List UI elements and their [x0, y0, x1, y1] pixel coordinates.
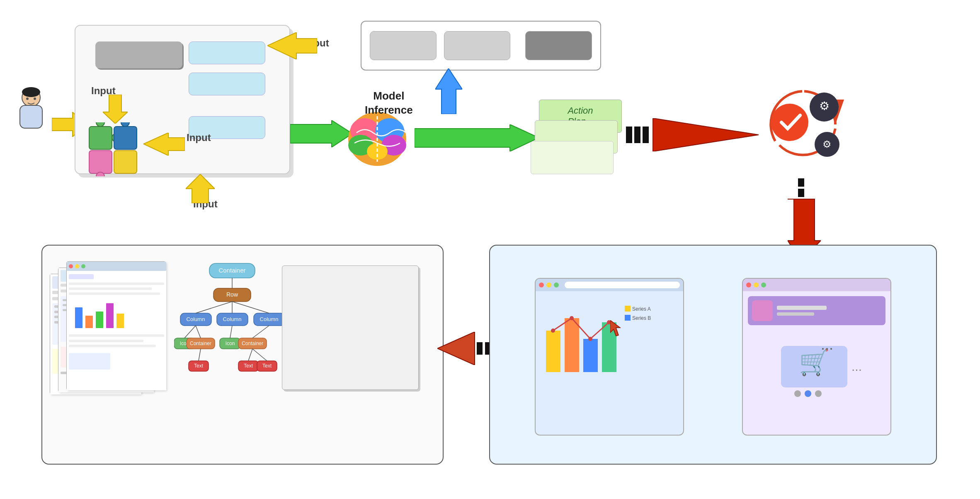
svg-text:Container: Container [190, 341, 211, 346]
svg-rect-122 [583, 339, 598, 372]
svg-text:Container: Container [242, 341, 263, 346]
puzzle-icon [85, 122, 145, 176]
svg-point-1 [22, 87, 40, 97]
svg-rect-79 [69, 345, 156, 347]
svg-rect-38 [798, 178, 804, 187]
svg-marker-19 [435, 68, 462, 114]
step-t2 [444, 31, 511, 60]
svg-marker-27 [415, 124, 539, 151]
svg-marker-119 [437, 332, 475, 365]
svg-text:⚙: ⚙ [822, 139, 832, 150]
op-env-dots: ... [821, 336, 833, 353]
person-icon [12, 87, 50, 137]
llm-container [340, 108, 415, 183]
svg-text:Icon: Icon [226, 341, 235, 346]
svg-rect-80 [69, 353, 110, 370]
svg-rect-128 [625, 306, 631, 312]
svg-rect-13 [89, 151, 112, 173]
svg-line-106 [252, 326, 269, 338]
svg-point-125 [570, 316, 574, 320]
svg-text:Container: Container [218, 267, 245, 274]
model-inference-label: ModelInference [365, 89, 413, 117]
svg-text:Column: Column [187, 316, 205, 322]
svg-rect-78 [69, 340, 143, 342]
svg-text:Column: Column [260, 316, 279, 322]
svg-line-92 [196, 302, 232, 313]
svg-point-4 [34, 97, 36, 100]
input-label-puzzle: Input [187, 132, 211, 144]
svg-rect-73 [85, 316, 93, 328]
llm-to-memory-arrow [435, 68, 462, 114]
svg-marker-31 [653, 118, 759, 151]
svg-rect-77 [69, 334, 164, 337]
svg-rect-2 [20, 105, 42, 128]
svg-point-66 [75, 264, 79, 268]
puzzle-input-arrow [143, 133, 185, 156]
svg-rect-28 [626, 127, 632, 143]
example1-button [189, 41, 265, 64]
widget-tree-svg: Container Row Column Column Column Icon … [174, 261, 290, 407]
input-down-arrow-left [103, 95, 128, 124]
svg-line-94 [232, 302, 269, 313]
svg-rect-8 [89, 127, 112, 149]
svg-marker-17 [186, 174, 215, 203]
instruction-button [95, 41, 182, 68]
action-to-exec-arrow [626, 118, 759, 151]
svg-text:...: ... [851, 360, 862, 373]
svg-line-105 [230, 326, 232, 338]
svg-point-12 [121, 122, 129, 127]
svg-point-32 [771, 104, 808, 141]
svg-marker-7 [267, 32, 317, 59]
svg-rect-130 [625, 315, 631, 321]
svg-rect-76 [116, 314, 124, 328]
svg-rect-74 [96, 312, 103, 328]
step-t1 [370, 31, 437, 60]
svg-text:Column: Column [223, 316, 242, 322]
svg-line-103 [184, 326, 196, 338]
screenshots-section [50, 261, 166, 411]
op-env-screens: Series A Series B [506, 255, 920, 458]
svg-rect-15 [114, 151, 137, 173]
op-screen-browser: Series A Series B [535, 278, 684, 436]
svg-point-65 [69, 264, 73, 268]
action-plan-card-3 [531, 141, 614, 174]
svg-text:Text: Text [194, 363, 204, 369]
action-execution-icon: ⚙ ⚙ [763, 83, 846, 162]
input-top-arrow [267, 32, 317, 59]
svg-rect-121 [565, 318, 579, 372]
svg-point-3 [26, 97, 29, 100]
svg-rect-29 [634, 127, 640, 143]
svg-rect-69 [69, 282, 164, 285]
screenshot-card-1 [66, 261, 166, 390]
svg-point-124 [551, 329, 555, 333]
svg-point-136 [805, 390, 811, 397]
gear-container: ⚙ ⚙ [763, 83, 846, 162]
svg-line-114 [248, 349, 252, 361]
svg-point-135 [794, 390, 801, 397]
svg-rect-71 [69, 292, 160, 295]
svg-rect-70 [69, 287, 152, 290]
svg-text:Text: Text [244, 363, 253, 369]
svg-rect-68 [69, 274, 94, 279]
svg-rect-118 [477, 342, 483, 355]
svg-text:Series B: Series B [632, 315, 651, 321]
svg-text:Series A: Series A [632, 306, 651, 312]
svg-point-9 [96, 122, 104, 127]
widget-tree-area: Container Row Column Column Column Icon … [174, 261, 290, 411]
action-plan-container: ActionPlan [531, 100, 622, 183]
svg-line-104 [196, 326, 201, 338]
svg-marker-16 [143, 133, 185, 156]
svg-rect-39 [798, 189, 804, 197]
svg-text:⚙: ⚙ [819, 100, 830, 112]
exec-to-env-arrow [788, 178, 821, 253]
example2-button [189, 73, 265, 95]
svg-rect-120 [546, 331, 560, 372]
svg-rect-30 [643, 127, 649, 143]
svg-line-115 [252, 349, 267, 361]
svg-point-137 [815, 390, 822, 397]
memory-box [361, 21, 601, 71]
svg-marker-6 [103, 95, 128, 124]
ui-element-properties-card [282, 265, 419, 390]
llm-to-action-arrow [415, 124, 539, 151]
op-screen-app: 🛒 ... [742, 278, 891, 436]
